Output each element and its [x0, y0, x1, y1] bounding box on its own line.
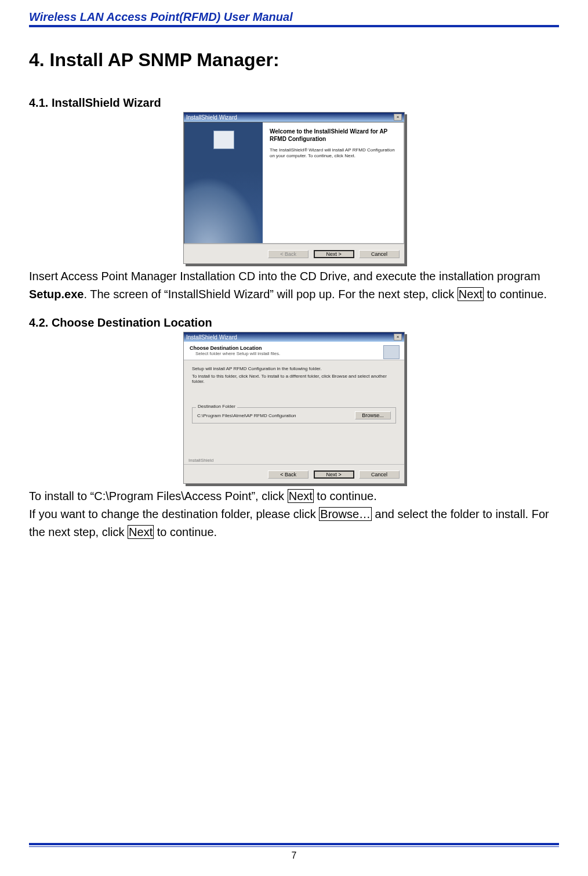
- wizard-side-graphic: [184, 122, 263, 243]
- text: to continue.: [314, 490, 377, 502]
- text: to continue.: [154, 526, 217, 538]
- window-title: InstallShield Wizard: [186, 114, 237, 121]
- footer-rule-thin: [29, 846, 559, 847]
- close-icon[interactable]: ×: [394, 114, 402, 121]
- figure-wizard-destination: InstallShield Wizard × Choose Destinatio…: [29, 332, 559, 484]
- setup-exe: Setup.exe: [29, 288, 84, 301]
- wizard-button-row: < Back Next > Cancel: [184, 244, 404, 262]
- installshield-destination-window: InstallShield Wizard × Choose Destinatio…: [183, 332, 405, 484]
- window-title: InstallShield Wizard: [186, 334, 237, 341]
- destination-path: C:\Program Files\Atmel\AP RFMD Configura…: [197, 413, 296, 418]
- wizard-header-sub: Select folder where Setup will install f…: [195, 351, 398, 356]
- back-button[interactable]: < Back: [268, 470, 308, 479]
- header-rule: [29, 25, 559, 27]
- heading-1: 4. Install AP SNMP Manager:: [29, 49, 559, 71]
- wizard-line2: To install to this folder, click Next. T…: [192, 374, 396, 384]
- back-button: < Back: [268, 250, 308, 258]
- browse-button[interactable]: Browse...: [355, 411, 391, 419]
- cancel-button[interactable]: Cancel: [359, 470, 400, 479]
- installshield-brand: InstallShield: [184, 458, 404, 464]
- page-footer: 7: [29, 843, 559, 861]
- wizard-header: Choose Destination Location Select folde…: [184, 342, 404, 360]
- h1-title: Install AP SNMP Manager:: [50, 49, 280, 70]
- browse-label: Browse…: [319, 507, 372, 521]
- h2-number: 4.1.: [29, 96, 48, 109]
- computer-icon: [383, 345, 400, 359]
- box-icon: [213, 131, 234, 149]
- close-icon[interactable]: ×: [394, 334, 402, 341]
- text: If you want to change the destination fo…: [29, 508, 319, 520]
- h2-title: InstallShield Wizard: [52, 96, 161, 109]
- window-titlebar: InstallShield Wizard ×: [184, 113, 404, 122]
- window-titlebar: InstallShield Wizard ×: [184, 332, 404, 342]
- destination-folder-group: Destination Folder C:\Program Files\Atme…: [192, 407, 396, 423]
- heading-4-1: 4.1. InstallShield Wizard: [29, 96, 559, 110]
- figure-wizard-welcome: InstallShield Wizard × Welcome to the In…: [29, 112, 559, 264]
- wizard-heading: Welcome to the InstallShield Wizard for …: [270, 128, 397, 143]
- wizard-text: The InstallShield® Wizard will install A…: [270, 147, 397, 160]
- header-title: Wireless LAN Access Point(RFMD) User Man…: [29, 10, 559, 24]
- next-button[interactable]: Next >: [314, 470, 354, 479]
- wizard-line1: Setup will install AP RFMD Configuration…: [192, 366, 396, 371]
- installshield-welcome-window: InstallShield Wizard × Welcome to the In…: [183, 112, 405, 264]
- footer-rule-thick: [29, 843, 559, 845]
- cancel-button[interactable]: Cancel: [359, 250, 400, 258]
- next-label: Next: [288, 489, 314, 503]
- h1-number: 4.: [29, 49, 45, 70]
- h2-number: 4.2.: [29, 316, 48, 329]
- para-4-1: Insert Access Point Manager Installation…: [29, 267, 559, 303]
- next-label: Next: [458, 287, 484, 301]
- text: Insert Access Point Manager Installation…: [29, 270, 540, 283]
- text: to continue.: [484, 288, 547, 301]
- heading-4-2: 4.2. Choose Destination Location: [29, 316, 559, 330]
- h2-title: Choose Destination Location: [52, 316, 212, 329]
- group-label: Destination Folder: [196, 404, 237, 409]
- wizard-header-title: Choose Destination Location: [190, 345, 398, 351]
- next-button[interactable]: Next >: [314, 250, 354, 258]
- wizard-button-row: < Back Next > Cancel: [184, 464, 404, 482]
- text: . The screen of “InstallShield Wizard” w…: [84, 288, 457, 301]
- page-number: 7: [29, 850, 559, 861]
- text: To install to “C:\Program Files\Access P…: [29, 490, 288, 502]
- next-label: Next: [128, 525, 154, 539]
- para-4-2: To install to “C:\Program Files\Access P…: [29, 487, 559, 541]
